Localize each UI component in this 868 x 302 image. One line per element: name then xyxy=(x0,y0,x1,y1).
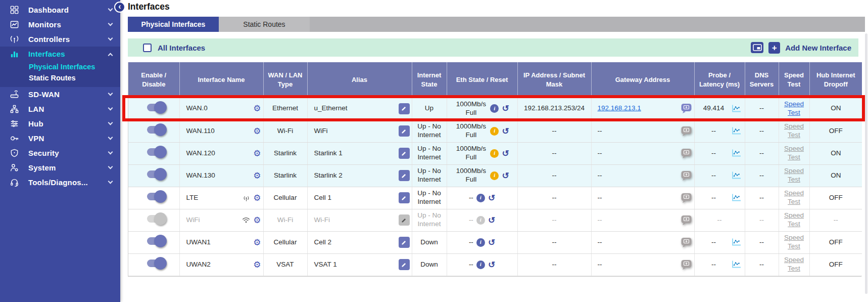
sidebar-subitem-static-routes[interactable]: Static Routes xyxy=(0,72,120,83)
gear-icon[interactable]: ⚙ xyxy=(253,261,261,269)
latency-chart-icon[interactable] xyxy=(731,193,742,202)
speed-test-link[interactable]: Speed Test xyxy=(783,122,805,140)
tab-static-routes[interactable]: Static Routes xyxy=(219,17,310,32)
reset-icon[interactable]: ↺ xyxy=(502,127,509,136)
gear-icon[interactable]: ⚙ xyxy=(253,216,261,225)
speed-test-link[interactable]: Speed Test xyxy=(783,167,805,184)
plus-icon[interactable]: + xyxy=(768,42,780,54)
speed-test-link[interactable]: Speed Test xyxy=(783,145,805,162)
gateway-link[interactable]: 192.168.213.1 xyxy=(594,104,641,113)
edit-alias-icon[interactable] xyxy=(399,125,410,137)
gear-icon[interactable]: ⚙ xyxy=(253,127,261,136)
info-icon[interactable]: i xyxy=(490,127,499,136)
enable-toggle[interactable] xyxy=(147,193,164,200)
speed-test-cell: Speed Test xyxy=(779,98,809,120)
info-icon[interactable]: i xyxy=(476,261,485,269)
reset-icon[interactable]: ↺ xyxy=(502,171,509,180)
sidebar-item-hub[interactable]: Hub xyxy=(0,116,120,131)
sidebar-item-controllers[interactable]: Controllers xyxy=(0,32,120,47)
sidebar-item-monitors[interactable]: Monitors xyxy=(0,17,120,32)
alias-text: VSAT 1 xyxy=(310,261,337,269)
reset-icon[interactable]: ↺ xyxy=(488,194,495,202)
info-icon[interactable]: i xyxy=(476,194,485,202)
edit-alias-icon[interactable] xyxy=(399,237,410,248)
dns-servers-cell: -- xyxy=(745,187,779,209)
ping-gateway-icon[interactable] xyxy=(681,103,692,114)
info-icon[interactable]: i xyxy=(476,238,485,247)
info-icon[interactable]: i xyxy=(490,104,499,113)
info-icon[interactable]: i xyxy=(490,149,499,158)
reset-icon[interactable]: ↺ xyxy=(502,104,509,113)
info-icon[interactable]: i xyxy=(476,216,485,225)
edit-alias-icon[interactable] xyxy=(399,148,410,159)
reset-icon[interactable]: ↺ xyxy=(488,216,495,225)
add-new-interface-button[interactable]: Add New Interface xyxy=(785,44,851,52)
sidebar-item-sd-wan[interactable]: SD-WAN xyxy=(0,87,120,102)
probe-latency-cell: 49.414 xyxy=(694,98,745,120)
wan-lan-type-cell: VSAT xyxy=(263,253,307,276)
sidebar-item-dashboard[interactable]: Dashboard xyxy=(0,3,120,17)
sidebar-item-interfaces[interactable]: Interfaces xyxy=(0,47,120,61)
enable-toggle[interactable] xyxy=(147,148,164,156)
sidebar-item-label: Dashboard xyxy=(28,6,69,14)
latency-chart-icon[interactable] xyxy=(731,171,742,180)
gear-icon[interactable]: ⚙ xyxy=(253,238,261,247)
reset-icon[interactable]: ↺ xyxy=(488,261,495,269)
ping-gateway-icon[interactable] xyxy=(681,170,692,182)
reset-icon[interactable]: ↺ xyxy=(488,238,495,247)
latency-chart-icon[interactable] xyxy=(731,238,742,247)
enable-toggle[interactable] xyxy=(147,104,164,111)
ping-gateway-icon[interactable] xyxy=(681,214,692,226)
enable-toggle[interactable] xyxy=(147,126,164,134)
info-icon[interactable]: i xyxy=(490,171,499,180)
latency-chart-icon[interactable] xyxy=(731,126,742,136)
interface-name-cell: WAN.130⚙ xyxy=(179,164,263,187)
column-header: Gateway Address xyxy=(591,62,694,98)
all-interfaces-checkbox[interactable] xyxy=(143,44,152,52)
latency-chart-icon[interactable] xyxy=(731,104,742,113)
sidebar-item-vpn[interactable]: VPN xyxy=(0,131,120,146)
enable-toggle[interactable] xyxy=(147,260,164,267)
speed-test-link[interactable]: Speed Test xyxy=(783,234,805,251)
enable-toggle[interactable] xyxy=(147,215,164,223)
ping-gateway-icon[interactable] xyxy=(681,192,692,204)
gear-icon[interactable]: ⚙ xyxy=(253,149,261,158)
ping-gateway-icon[interactable] xyxy=(681,259,692,271)
alias-cell: Starlink 1 xyxy=(307,142,412,164)
eth-state-text: 1000Mb/s Full xyxy=(455,122,487,140)
sidebar-subitem-physical-interfaces[interactable]: Physical Interfaces xyxy=(0,61,120,72)
sidebar-item-lan[interactable]: LAN xyxy=(0,102,120,116)
sidebar-item-tools-diagnos-[interactable]: Tools/Diagnos... xyxy=(0,175,120,190)
latency-chart-icon[interactable] xyxy=(731,260,742,269)
wan-lan-type-cell: Wi-Fi xyxy=(263,209,307,231)
speed-test-link[interactable]: Speed Test xyxy=(783,256,805,273)
ping-gateway-icon[interactable] xyxy=(681,237,692,248)
sidebar-item-system[interactable]: System xyxy=(0,160,120,175)
edit-alias-icon[interactable] xyxy=(399,170,410,181)
enable-toggle[interactable] xyxy=(147,237,164,245)
edit-alias-icon[interactable] xyxy=(399,103,410,114)
eth-state-text: 1000Mb/s Full xyxy=(455,100,487,117)
vertical-scrollbar[interactable] xyxy=(865,33,867,294)
sidebar-item-security[interactable]: Security xyxy=(0,146,120,160)
internet-state-cell: Up - No Internet xyxy=(412,187,447,209)
speed-test-link[interactable]: Speed Test xyxy=(783,189,805,206)
column-header: Hub Internet Dropoff xyxy=(809,62,862,98)
reset-icon[interactable]: ↺ xyxy=(502,149,509,158)
edit-alias-icon[interactable] xyxy=(399,214,410,226)
edit-alias-icon[interactable] xyxy=(399,259,410,270)
gear-icon[interactable]: ⚙ xyxy=(253,104,261,113)
tab-physical-interfaces[interactable]: Physical Interfaces xyxy=(128,17,219,32)
enable-toggle[interactable] xyxy=(147,170,164,178)
ping-gateway-icon[interactable] xyxy=(681,148,692,159)
sidebar-collapse-button[interactable]: ‹ xyxy=(114,2,125,13)
ping-gateway-icon[interactable] xyxy=(681,125,692,137)
gear-icon[interactable]: ⚙ xyxy=(253,194,261,202)
open-window-icon[interactable] xyxy=(751,42,763,53)
edit-alias-icon[interactable] xyxy=(399,192,410,203)
speed-test-link[interactable]: Speed Test xyxy=(783,211,805,229)
latency-chart-icon[interactable] xyxy=(731,149,742,158)
speed-test-link[interactable]: Speed Test xyxy=(783,100,805,117)
column-header: Probe / Latency (ms) xyxy=(694,62,745,98)
gear-icon[interactable]: ⚙ xyxy=(253,171,261,180)
